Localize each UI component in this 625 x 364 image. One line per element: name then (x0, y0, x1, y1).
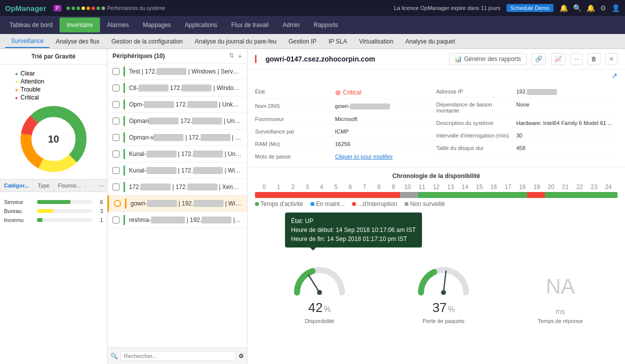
dot-1 (66, 6, 70, 10)
gauge-perte: 37 % Perte de paquets (414, 260, 474, 324)
disque-value: 458 (516, 145, 618, 151)
legend-dot-unsurveilled (404, 202, 408, 206)
nav-inventaire[interactable]: Inventaire (60, 18, 100, 32)
device-status-9 (124, 215, 125, 225)
generate-report-btn[interactable]: 📊 Générer des rapports (449, 53, 526, 65)
cat-more-btn[interactable]: ··· (96, 180, 107, 192)
more-btn[interactable]: ··· (570, 53, 582, 65)
search-input[interactable] (120, 351, 236, 361)
filter-icon[interactable]: ⚙ (238, 352, 244, 360)
device-row-6[interactable]: Kunal-████ | 172.████ | Windows | Server… (108, 162, 247, 179)
subnav: Surveillance Analyse des flux Gestion de… (0, 34, 625, 49)
notification-icon[interactable]: 🔔 (586, 4, 595, 12)
device-list: Test | 172.██████ | Windows | Server | M… (108, 64, 247, 348)
user-icon[interactable]: 👤 (612, 4, 620, 12)
device-status-6 (124, 166, 125, 176)
device-name-3: Opman████ 172.████ | Unknown | Server | … (129, 118, 242, 124)
dot-2 (72, 6, 75, 10)
nav-tableau-de-bord[interactable]: Tableau de bord (2, 18, 60, 32)
info-disque: Taille du disque dur 458 (436, 143, 618, 154)
label-attention: ● Attention (15, 78, 44, 85)
link-btn[interactable]: 🔗 (532, 53, 546, 65)
info-dns: Nom DNS gowri-████████ (255, 101, 436, 112)
password-link[interactable]: Cliquer ici pour modifier (335, 154, 436, 160)
info-ram: RAM (Mo) 16256 (255, 139, 436, 150)
subnav-gestion-ip[interactable]: Gestion IP (282, 36, 322, 48)
nav-alarmes[interactable]: Alarmes (100, 18, 136, 32)
search-icon[interactable]: 🔍 (573, 4, 582, 12)
dot-3 (76, 6, 80, 10)
device-row-4[interactable]: Opman-v███ | 172.██ | Windows 2012 R2 (108, 130, 247, 146)
dot-7 (96, 6, 100, 10)
device-row-2[interactable]: Opm-█████ 172.████ | Unknown | Unknown |… (108, 96, 247, 113)
left-panel: Trié par Gravité ● Clear ● Attention ● T… (0, 49, 108, 364)
device-checkbox-6[interactable] (112, 167, 120, 174)
device-checkbox-4[interactable] (112, 134, 120, 141)
segment-up2 (545, 192, 618, 198)
device-checkbox-7[interactable] (112, 184, 120, 190)
nav-rapports[interactable]: Rapports (306, 18, 345, 32)
subnav-virtualisation[interactable]: Virtualisation (353, 36, 399, 48)
gauge-label-3: Temps de réponse (538, 318, 583, 324)
device-radio-8[interactable] (114, 200, 121, 207)
cat-bar-bureau (37, 209, 92, 213)
device-row-0[interactable]: Test | 172.██████ | Windows | Server | M… (108, 64, 247, 80)
settings-icon[interactable]: ⚙ (600, 4, 606, 12)
add-icon[interactable]: + (238, 52, 242, 60)
list-title: Périphériques (10) (112, 52, 229, 60)
device-checkbox-5[interactable] (112, 150, 120, 158)
list-search: 🔍 ⚙ (108, 348, 247, 364)
nav-flux-de-travail[interactable]: Flux de travail (224, 18, 276, 32)
nav-mappages[interactable]: Mappages (136, 18, 178, 32)
dot-6 (92, 6, 95, 10)
tooltip-box: État: UP Heure de début: 14 Sep 2018 10:… (285, 212, 422, 248)
external-link-icon[interactable]: ↗ (612, 72, 618, 80)
device-checkbox-3[interactable] (112, 118, 120, 124)
subnav-ip-sla[interactable]: IP SLA (322, 36, 353, 48)
device-row-8[interactable]: gowri-█████ | 192.████ | Windo (108, 196, 247, 212)
device-checkbox-9[interactable] (112, 216, 120, 224)
main-content: Trié par Gravité ● Clear ● Attention ● T… (0, 49, 625, 364)
device-row-7[interactable]: 172.███ | 172.████ | XenServer | Server … (108, 179, 247, 196)
subnav-analyse-journal[interactable]: Analyse du journal du pare-feu (189, 36, 282, 48)
segment-up (418, 192, 527, 198)
gauge-label-1: Disponibilité (304, 318, 334, 324)
device-row-5[interactable]: Kunal-████ | 172.████ | Unknown | Server… (108, 146, 247, 162)
cat-bar-inconnu-fill (37, 218, 42, 222)
sort-icon[interactable]: ⇅ (229, 52, 234, 60)
device-row-9[interactable]: reshma-████████ | 192.████ | Wind (108, 212, 247, 228)
device-checkbox-1[interactable] (112, 84, 120, 92)
subnav-analyse-paquet[interactable]: Analyse du paquet (400, 36, 461, 48)
cat-bar-bureau-fill (37, 209, 54, 213)
subnav-gestion-config[interactable]: Gestion de la configuration (106, 36, 189, 48)
bell-icon[interactable]: 🔔 (560, 4, 568, 12)
device-checkbox-0[interactable] (112, 68, 120, 75)
device-row-3[interactable]: Opman████ 172.████ | Unknown | Server | … (108, 113, 247, 130)
segment-down (255, 192, 400, 198)
device-checkbox-2[interactable] (112, 101, 120, 108)
device-row-1[interactable]: Ctl-████ 172.███ | Windows 10 | Desktop … (108, 80, 247, 96)
gauge-unit-1: % (324, 305, 330, 314)
device-name-4: Opman-v███ | 172.██ | Windows 2012 R2 (129, 134, 242, 141)
cat-tab-fournis[interactable]: Fournis... (54, 180, 86, 191)
device-name-0: Test | 172.██████ | Windows | Server | M… (129, 68, 242, 75)
cat-bureau: Bureau 3 (4, 208, 103, 214)
tooltip-arrow (310, 248, 316, 250)
svg-point-8 (441, 290, 446, 295)
chart-btn[interactable]: 📈 (551, 53, 566, 65)
delete-btn[interactable]: 🗑 (588, 53, 600, 65)
info-grid: État ⊗ Critical Nom DNS gowri-████████ F… (248, 82, 625, 168)
info-etat: État ⊗ Critical (255, 86, 436, 99)
tooltip-container: État: UP Heure de début: 14 Sep 2018 10:… (255, 210, 618, 250)
nav-applications[interactable]: Applications (178, 18, 224, 32)
close-btn[interactable]: ✕ (606, 53, 618, 65)
cat-tab-categorie[interactable]: Catégor... (0, 180, 34, 191)
device-name-6: Kunal-████ | 172.████ | Windows | Server… (129, 167, 242, 174)
subnav-surveillance[interactable]: Surveillance (5, 35, 50, 48)
subnav-analyse-flux[interactable]: Analyse des flux (50, 36, 105, 48)
schedule-demo-btn[interactable]: Schedule Demo (506, 4, 554, 12)
nav-admin[interactable]: Admin (276, 18, 306, 32)
cat-tab-type[interactable]: Type (34, 180, 54, 191)
gauge-num-2: 37 (432, 300, 447, 316)
device-list-panel: Périphériques (10) ⇅ + Test | 172.██████… (108, 49, 248, 364)
